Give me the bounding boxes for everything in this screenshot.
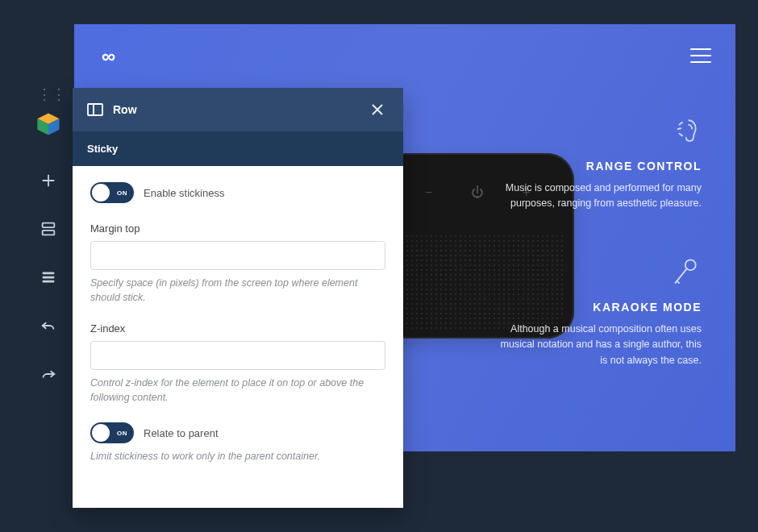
svg-rect-4 [43,223,55,228]
hamburger-menu-icon[interactable] [690,48,711,63]
redo-button[interactable] [24,352,73,396]
svg-rect-5 [43,231,55,235]
feature-desc: Music is composed and performed for many… [492,181,702,212]
ear-icon [666,113,702,148]
element-settings-panel: Row Sticky ON Enable stickiness Margin t… [73,88,403,508]
feature-item: KARAOKE MODE Although a musical composit… [492,254,702,368]
feature-list: RANGE CONTROL Music is composed and perf… [492,113,702,368]
row-icon [87,103,103,116]
undo-button[interactable] [24,304,73,347]
templates-button[interactable] [24,207,73,251]
margin-top-hint: Specify space (in pixels) from the scree… [90,276,385,305]
svg-point-0 [685,260,696,270]
svg-rect-9 [88,104,102,115]
feature-title: RANGE CONTROL [492,160,702,172]
add-element-button[interactable] [24,159,73,202]
relate-to-parent-label: Relate to parent [144,427,219,439]
enable-stickiness-toggle[interactable]: ON [90,182,134,203]
svg-rect-6 [43,272,55,275]
microphone-icon [666,254,702,289]
app-logo-cube-icon [35,110,62,138]
relate-to-parent-toggle[interactable]: ON [90,422,134,443]
panel-title: Row [113,103,137,116]
panel-body: ON Enable stickiness Margin top Specify … [73,166,403,508]
enable-stickiness-label: Enable stickiness [144,187,224,199]
toggle-state-label: ON [117,189,127,197]
svg-rect-8 [43,281,55,283]
feature-desc: Although a musical composition often use… [492,322,702,368]
feature-item: RANGE CONTROL Music is composed and perf… [492,113,702,212]
site-logo: ∞ [102,45,115,68]
tree-view-button[interactable] [24,256,73,299]
svg-rect-7 [43,276,55,279]
z-index-hint: Control z-index for the element to place… [90,376,385,405]
z-index-input[interactable] [90,341,385,370]
toggle-state-label: ON [117,430,127,437]
panel-header: Row [73,88,403,131]
z-index-label: Z-index [90,322,385,335]
relate-to-parent-hint: Limit stickiness to work only in the par… [90,450,385,464]
feature-title: KARAOKE MODE [492,301,702,314]
close-button[interactable] [366,98,389,121]
panel-section-title: Sticky [73,131,403,166]
tool-rail: ⋮⋮ [24,88,73,508]
margin-top-input[interactable] [90,241,385,270]
margin-top-label: Margin top [90,222,385,235]
